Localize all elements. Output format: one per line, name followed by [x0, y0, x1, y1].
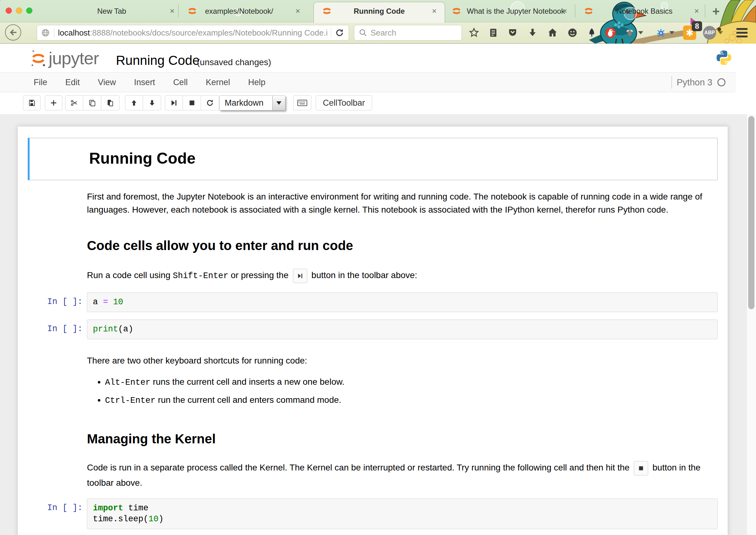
input-prompt: In [ ]:: [28, 498, 87, 529]
tab-close-icon[interactable]: ×: [694, 6, 699, 16]
menu-insert[interactable]: Insert: [125, 78, 164, 87]
input-prompt: In [ ]:: [28, 320, 87, 339]
navigation-toolbar: localhost :8888/notebooks/docs/source/ex…: [0, 22, 756, 43]
inline-run-button-image: [293, 269, 307, 283]
menu-cell[interactable]: Cell: [164, 78, 197, 87]
tab-what-is-jupyter[interactable]: What is the Jupyter Notebook: [467, 7, 565, 15]
inline-stop-button-image: [634, 461, 648, 475]
smiley-icon[interactable]: [566, 26, 579, 39]
scrollbar-thumb[interactable]: [748, 116, 754, 309]
cut-button[interactable]: [65, 96, 83, 110]
tab-running-code-label[interactable]: Running Code: [354, 7, 405, 15]
dropdown-caret-icon[interactable]: [638, 31, 643, 34]
menu-help[interactable]: Help: [239, 78, 275, 87]
window-minimize-button[interactable]: [16, 8, 22, 14]
bookmark-star-icon[interactable]: [468, 26, 480, 39]
markdown-cell[interactable]: Managing the Kernel: [18, 432, 728, 446]
prompt-spacer: [28, 460, 87, 491]
bug-addon-icon[interactable]: [654, 26, 667, 39]
jupyter-favicon: [187, 6, 198, 16]
menu-file[interactable]: File: [34, 78, 56, 87]
save-button[interactable]: [23, 96, 40, 110]
back-button[interactable]: [5, 24, 21, 41]
reload-icon[interactable]: [335, 28, 344, 38]
command-palette-button[interactable]: [293, 96, 311, 110]
url-path: :8888/notebooks/docs/source/examples/Not…: [90, 28, 327, 38]
code-input-area[interactable]: import time time.sleep(10): [87, 498, 718, 529]
prompt-spacer: [30, 138, 89, 180]
duckduckgo-icon[interactable]: [604, 26, 617, 39]
run-line-after: button in the toolbar above:: [309, 270, 417, 280]
move-up-button[interactable]: [125, 96, 143, 110]
tab-close-icon[interactable]: ×: [170, 6, 175, 16]
tab-separator: [178, 4, 178, 17]
input-prompt: In [ ]:: [28, 293, 87, 312]
window-close-button[interactable]: [6, 8, 12, 14]
jupyter-favicon: [322, 6, 332, 16]
interrupt-kernel-button[interactable]: [183, 96, 201, 110]
new-tab-button[interactable]: +: [713, 4, 719, 18]
notebook-scroll-area[interactable]: Running Code First and foremost, the Jup…: [0, 114, 756, 535]
menu-view[interactable]: View: [89, 78, 125, 87]
pocket-icon[interactable]: [506, 26, 519, 39]
browser-chrome: New Tab × examples/Notebook/ × Running C…: [0, 0, 756, 43]
add-cell-button[interactable]: [45, 96, 62, 110]
menu-edit[interactable]: Edit: [56, 78, 89, 87]
cell-toolbar-label: CellToolbar: [323, 98, 365, 108]
vertical-scrollbar[interactable]: [746, 114, 756, 535]
url-bar[interactable]: localhost :8888/notebooks/docs/source/ex…: [37, 25, 349, 41]
tab-notebook-basics[interactable]: Notebook Basics: [616, 7, 672, 15]
tab-examples-notebook[interactable]: examples/Notebook/: [205, 7, 273, 15]
dropdown-caret-icon[interactable]: [669, 31, 674, 34]
tab-separator: [575, 4, 575, 17]
markdown-cell[interactable]: First and foremost, the Jupyter Notebook…: [18, 190, 728, 216]
adblock-plus-icon[interactable]: ABP: [703, 26, 716, 39]
code-cell[interactable]: In [ ]: a = 10: [18, 293, 728, 312]
jupyter-logo[interactable]: jupyter: [30, 48, 99, 68]
fly-addon-icon[interactable]: [623, 26, 636, 39]
menu-icon[interactable]: [736, 26, 748, 39]
run-line-before: Run a code cell using: [87, 270, 173, 280]
cell-toolbar-button[interactable]: CellToolbar: [316, 96, 372, 110]
page-globe-icon: [41, 28, 50, 38]
section-heading-kernel: Managing the Kernel: [87, 432, 718, 446]
tab-new-tab[interactable]: New Tab: [97, 7, 126, 15]
move-down-button[interactable]: [143, 96, 161, 110]
menu-kernel[interactable]: Kernel: [197, 78, 239, 87]
markdown-cell[interactable]: Code cells allow you to enter and run co…: [18, 238, 728, 253]
quill-icon[interactable]: [585, 26, 598, 39]
paste-button[interactable]: [101, 96, 119, 110]
selected-markdown-cell[interactable]: Running Code: [28, 138, 718, 180]
notebook-h1: Running Code: [89, 149, 196, 167]
reading-list-icon[interactable]: [487, 26, 500, 39]
notebook-title[interactable]: Running Code: [116, 53, 200, 68]
jupyter-favicon: [583, 6, 594, 16]
prompt-spacer: [28, 432, 87, 446]
select-arrow-icon: [272, 96, 285, 110]
cell-type-select[interactable]: Markdown: [219, 96, 285, 110]
home-icon[interactable]: [546, 26, 559, 39]
search-placeholder: Search: [370, 28, 396, 38]
markdown-cell[interactable]: Run a code cell using Shift-Enter or pre…: [18, 269, 728, 283]
window-zoom-button[interactable]: [26, 8, 32, 14]
tab-close-icon[interactable]: ×: [432, 6, 437, 16]
dropdown-caret-icon[interactable]: [718, 31, 723, 34]
tab-close-icon[interactable]: ×: [295, 6, 300, 16]
run-cell-button[interactable]: [165, 96, 183, 110]
code-input-area[interactable]: print(a): [87, 320, 718, 339]
code-cell[interactable]: In [ ]: print(a): [18, 320, 728, 339]
python-logo-icon: [716, 49, 732, 66]
search-bar[interactable]: Search: [354, 25, 462, 41]
code-input-area[interactable]: a = 10: [87, 293, 718, 312]
code-cell[interactable]: In [ ]: import time time.sleep(10): [18, 498, 728, 529]
download-icon[interactable]: [526, 26, 539, 39]
tab-separator: [705, 4, 705, 17]
notebook-toolbar: Markdown CellToolbar: [0, 92, 756, 114]
markdown-cell[interactable]: There are two other keyboard shortcuts f…: [18, 354, 728, 407]
window-controls: [6, 8, 32, 14]
kernel-name: Python 3: [677, 77, 713, 88]
tab-close-icon[interactable]: ×: [562, 6, 567, 16]
markdown-cell[interactable]: Code is run in a separate process called…: [18, 460, 728, 491]
copy-button[interactable]: [83, 96, 101, 110]
restart-kernel-button[interactable]: [201, 96, 219, 110]
